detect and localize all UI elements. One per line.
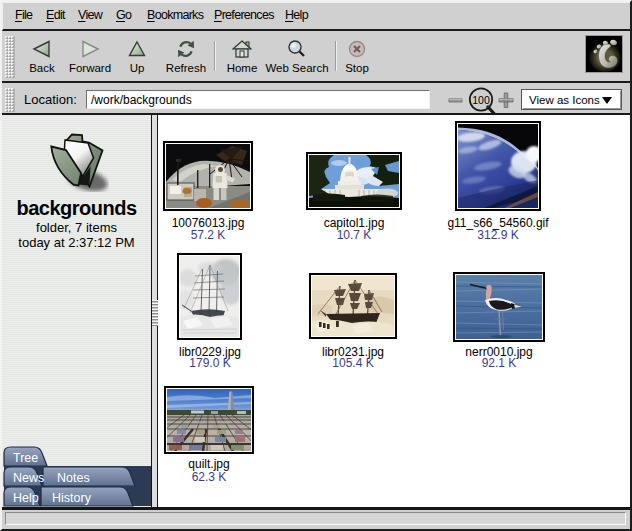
svg-text:Tree: Tree <box>13 451 38 465</box>
svg-text:100: 100 <box>472 94 490 106</box>
svg-text:Help: Help <box>13 491 39 505</box>
svg-text:News: News <box>13 471 44 485</box>
svg-text:Notes: Notes <box>57 471 90 485</box>
svg-text:History: History <box>52 491 92 505</box>
